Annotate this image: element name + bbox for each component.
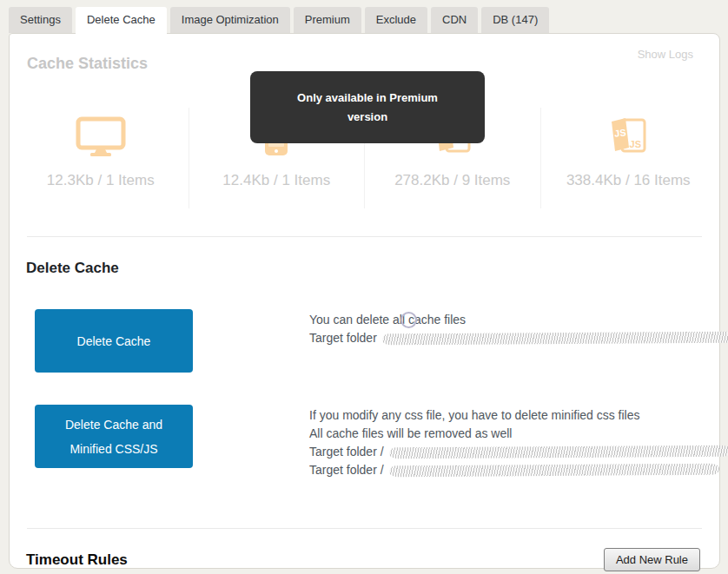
premium-tooltip: Only available in Premium version <box>250 71 485 143</box>
stat-mobile-value: 12.4Kb / 1 Items <box>189 172 365 189</box>
add-new-rule-label: Add New Rule <box>616 553 688 566</box>
target-folder-line: Target folder / <box>309 443 728 461</box>
delete-minified-row: Delete Cache and Minified CSS/JS If you … <box>35 405 719 479</box>
timeout-rules-title: Timeout Rules <box>26 551 128 569</box>
delete-cache-minified-label-line1: Delete Cache and <box>65 418 162 432</box>
delete-minified-info: If you modify any css file, you have to … <box>309 405 728 479</box>
tab-exclude[interactable]: Exclude <box>365 7 427 33</box>
delete-cache-button-label: Delete Cache <box>77 334 151 348</box>
timeout-rules-section: Timeout Rules Add New Rule <box>10 529 719 571</box>
svg-text:JS: JS <box>614 127 627 138</box>
tab-bar: Settings Delete Cache Image Optimization… <box>0 0 728 33</box>
delete-cache-row: Delete Cache You can delete all cache fi… <box>35 309 719 373</box>
desktop-icon <box>13 115 189 156</box>
js-file-icon: JS JS <box>541 115 717 156</box>
minified-info-line2: All cache files will be removed as well <box>309 425 728 443</box>
svg-text:JS: JS <box>630 139 641 149</box>
stat-css-value: 278.2Kb / 9 Items <box>365 172 540 189</box>
cache-statistics-title: Cache Statistics <box>27 55 719 73</box>
delete-cache-panel: Cache Statistics Show Logs Only availabl… <box>9 33 720 569</box>
stat-desktop-value: 12.3Kb / 1 Items <box>13 172 189 189</box>
redacted-path <box>389 464 719 478</box>
stat-js-value: 338.4Kb / 16 Items <box>541 172 717 189</box>
delete-cache-info-line: You can delete all cache files <box>309 311 728 329</box>
tab-image-optimization[interactable]: Image Optimization <box>170 7 290 33</box>
delete-cache-section: Delete Cache Delete Cache You can delete… <box>10 260 719 479</box>
tab-cdn[interactable]: CDN <box>431 7 478 33</box>
loading-spinner <box>400 312 417 328</box>
tab-premium[interactable]: Premium <box>294 7 361 33</box>
redacted-path <box>389 445 728 459</box>
target-folder-label: Target folder / <box>309 443 384 461</box>
minified-info-line1: If you modify any css file, you have to … <box>309 406 728 425</box>
stat-js: JS JS 338.4Kb / 16 Items <box>541 108 717 208</box>
target-folder-line: Target folder / <box>309 461 728 479</box>
delete-cache-minified-button[interactable]: Delete Cache and Minified CSS/JS <box>35 405 193 468</box>
delete-cache-info: You can delete all cache files Target fo… <box>309 309 728 347</box>
target-folder-label: Target folder <box>309 329 377 347</box>
stat-desktop: 12.3Kb / 1 Items <box>13 108 189 208</box>
tab-db[interactable]: DB (147) <box>481 7 549 33</box>
tab-delete-cache[interactable]: Delete Cache <box>76 7 167 33</box>
show-logs-link[interactable]: Show Logs <box>638 48 693 61</box>
add-new-rule-button[interactable]: Add New Rule <box>604 548 700 571</box>
target-folder-label: Target folder / <box>309 461 384 479</box>
delete-cache-button[interactable]: Delete Cache <box>35 309 193 373</box>
premium-tooltip-text: Only available in Premium version <box>292 89 443 127</box>
redacted-path <box>382 332 728 346</box>
tab-settings[interactable]: Settings <box>9 7 72 33</box>
target-folder-line: Target folder <box>309 329 728 347</box>
delete-cache-minified-label-line2: Minified CSS/JS <box>69 442 157 456</box>
section-divider-top <box>27 236 702 237</box>
delete-cache-section-title: Delete Cache <box>26 260 719 277</box>
